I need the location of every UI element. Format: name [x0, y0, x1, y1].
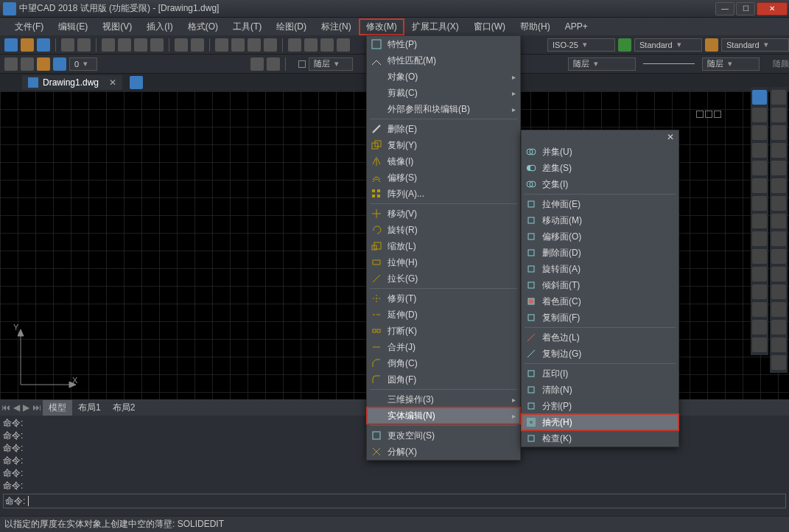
palette-icon[interactable] [771, 267, 786, 281]
palette-icon[interactable] [752, 108, 767, 122]
menu-view[interactable]: 视图(V) [95, 18, 139, 35]
palette-icon[interactable] [752, 161, 767, 175]
tab-last-icon[interactable]: ⏭ [31, 402, 43, 413]
menu-item-chamfer[interactable]: 倒角(C) [367, 355, 520, 371]
menu-item-copyedge[interactable]: 复制边(G) [522, 346, 678, 362]
new-tab-icon[interactable] [130, 76, 143, 89]
menu-tools[interactable]: 工具(T) [225, 18, 269, 35]
menu-item-scale[interactable]: 缩放(L) [367, 238, 520, 254]
palette-icon[interactable] [771, 143, 786, 158]
menu-item-clip[interactable]: 剪裁(C) [367, 85, 520, 101]
menu-item-offsetface[interactable]: 偏移面(O) [522, 228, 678, 245]
undo-icon[interactable] [175, 38, 188, 52]
menu-item-subtract[interactable]: 差集(S) [522, 160, 678, 176]
palette-icon[interactable] [771, 108, 786, 122]
close-tab-icon[interactable]: ✕ [109, 77, 116, 88]
pan-icon[interactable] [215, 38, 228, 52]
menu-item-rotateface[interactable]: 旋转面(A) [522, 261, 678, 277]
dim-style-select[interactable]: ISO-25 [547, 38, 615, 52]
palette-icon[interactable] [771, 231, 786, 246]
palette-icon[interactable] [771, 337, 786, 352]
tab-layout2[interactable]: 布局2 [107, 400, 141, 416]
menu-app[interactable]: APP+ [558, 19, 595, 34]
minimize-button[interactable]: — [715, 2, 734, 15]
menu-item-extend[interactable]: 延伸(D) [367, 307, 520, 323]
calculator-icon[interactable] [337, 38, 350, 52]
palette-icon[interactable] [771, 90, 786, 105]
properties-icon[interactable] [288, 38, 301, 52]
menu-item-colorface[interactable]: 着色面(C) [522, 293, 678, 309]
new-icon[interactable] [4, 38, 18, 52]
maximize-button[interactable]: ☐ [736, 2, 755, 15]
menu-item-check[interactable]: 检查(K) [522, 430, 678, 447]
redo-icon[interactable] [191, 38, 204, 52]
menu-item-taperface[interactable]: 倾斜面(T) [522, 277, 678, 293]
zoom-prev-icon[interactable] [264, 38, 277, 52]
paste-icon[interactable] [134, 38, 147, 52]
palette-icon[interactable] [752, 196, 767, 211]
zoom-icon[interactable] [231, 38, 245, 52]
palette-icon[interactable] [752, 267, 767, 281]
block-icon[interactable] [250, 57, 264, 71]
menu-item-deleteface[interactable]: 删除面(D) [522, 245, 678, 261]
tab-model[interactable]: 模型 [43, 400, 72, 416]
palette-icon[interactable] [752, 320, 767, 335]
menu-edit[interactable]: 编辑(E) [51, 18, 95, 35]
color-select[interactable]: 随层 [309, 57, 353, 71]
menu-item-object[interactable]: 对象(O) [367, 69, 520, 85]
menu-help[interactable]: 帮助(H) [513, 18, 558, 35]
palette-icon[interactable] [752, 302, 767, 317]
layer-freeze-icon[interactable] [37, 57, 50, 71]
color-swatch[interactable] [298, 60, 306, 68]
layer-state-icon[interactable] [21, 57, 34, 71]
document-tab[interactable]: Drawing1.dwg ✕ [22, 75, 122, 90]
menu-dimension[interactable]: 标注(N) [314, 18, 359, 35]
palette-icon[interactable] [771, 284, 786, 299]
menu-item-xrefblk[interactable]: 外部参照和块编辑(B) [367, 101, 520, 117]
menu-item-extrudeface[interactable]: 拉伸面(E) [522, 196, 678, 212]
palette-icon[interactable] [771, 161, 786, 175]
menu-insert[interactable]: 插入(I) [139, 18, 180, 35]
cut-icon[interactable] [102, 38, 115, 52]
palette-icon[interactable] [771, 178, 786, 193]
tab-prev-icon[interactable]: ◀ [12, 402, 21, 413]
menu-item-lengthen[interactable]: 拉长(G) [367, 270, 520, 287]
menu-item-imprint[interactable]: 压印(I) [522, 365, 678, 382]
tab-next-icon[interactable]: ▶ [21, 402, 31, 413]
lineweight-select[interactable]: 随层 [702, 57, 760, 71]
close-button[interactable]: ✕ [757, 2, 788, 15]
palette-icon[interactable] [771, 214, 786, 228]
menu-format[interactable]: 格式(O) [180, 18, 225, 35]
layer-lock-icon[interactable] [53, 57, 66, 71]
menu-item-properties[interactable]: 特性(P) [367, 36, 520, 52]
menu-file[interactable]: 文件(F) [7, 18, 51, 35]
linetype-select[interactable]: 随层 [568, 57, 636, 71]
menu-item-solidedit[interactable]: 实体编辑(N) [367, 407, 520, 424]
menu-window[interactable]: 窗口(W) [466, 18, 513, 35]
menu-item-changespace[interactable]: 更改空间(S) [367, 427, 520, 444]
palette-icon[interactable] [771, 196, 786, 211]
menu-draw[interactable]: 绘图(D) [269, 18, 314, 35]
menu-item-stretch[interactable]: 拉伸(H) [367, 254, 520, 270]
submenu-close-icon[interactable]: ✕ [667, 132, 674, 142]
palette-icon[interactable] [771, 302, 786, 317]
menu-item-array[interactable]: 阵列(A)... [367, 186, 520, 202]
menu-item-join[interactable]: 合并(J) [367, 339, 520, 355]
table-style-icon[interactable] [705, 38, 718, 52]
palette-icon[interactable] [771, 249, 786, 264]
palette-icon[interactable] [771, 355, 786, 370]
menu-item-fillet[interactable]: 圆角(F) [367, 371, 520, 388]
zoom-window-icon[interactable] [248, 38, 261, 52]
layer-select[interactable]: 0 [69, 57, 97, 71]
menu-item-shell[interactable]: 抽壳(H) [522, 414, 678, 430]
palette-icon[interactable] [752, 231, 767, 246]
menu-item-mirror[interactable]: 镜像(I) [367, 153, 520, 169]
menu-item-intersect[interactable]: 交集(I) [522, 176, 678, 192]
menu-item-3dops[interactable]: 三维操作(3) [367, 391, 520, 407]
menu-ext[interactable]: 扩展工具(X) [404, 18, 466, 35]
menu-item-coloredge[interactable]: 着色边(L) [522, 329, 678, 346]
copy-icon[interactable] [118, 38, 131, 52]
tool-palettes-icon[interactable] [320, 38, 334, 52]
menu-item-copy[interactable]: 复制(Y) [367, 137, 520, 153]
palette-icon[interactable] [752, 214, 767, 228]
